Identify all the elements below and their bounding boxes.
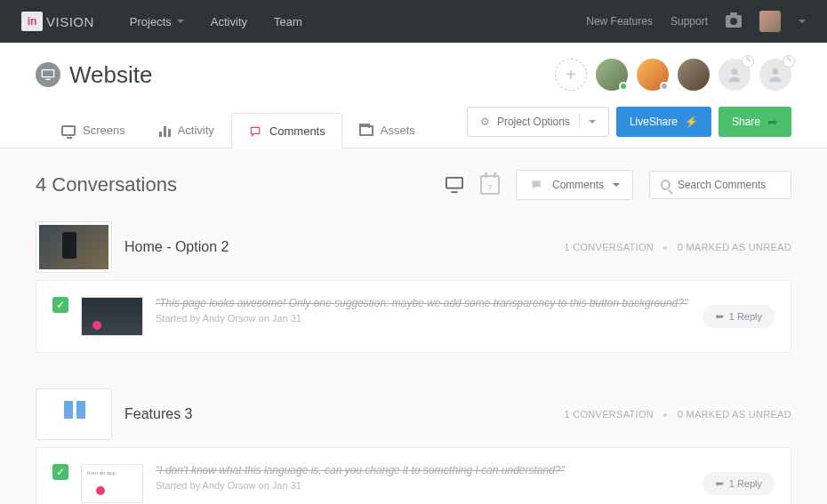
tab-screens[interactable]: Screens (44, 112, 142, 148)
svg-point-3 (773, 68, 779, 75)
screen-thumbnail[interactable] (36, 221, 112, 273)
reply-label: 1 Reply (729, 311, 762, 322)
tab-label: Comments (269, 124, 325, 138)
screens-icon (61, 125, 76, 136)
project-header: Website + Screens Activity (0, 43, 827, 148)
presence-online-icon (619, 82, 628, 91)
unread-count: 0 MARKED AS UNREAD (678, 409, 791, 420)
tab-label: Assets (381, 124, 415, 137)
screen-title[interactable]: Features 3 (124, 406, 192, 422)
user-menu-caret-icon[interactable] (799, 20, 806, 23)
logo-mark: in (21, 12, 43, 31)
comment-text[interactable]: "I don't know what this language is, can… (156, 464, 690, 476)
tab-activity[interactable]: Activity (142, 112, 231, 148)
screen-thumbnail[interactable] (36, 388, 112, 440)
user-avatar[interactable] (759, 11, 781, 32)
svg-point-2 (732, 68, 738, 75)
tab-comments[interactable]: Comments (231, 113, 342, 148)
unread-count: 0 MARKED AS UNREAD (678, 242, 791, 252)
nav-support[interactable]: Support (670, 15, 708, 28)
search-box[interactable] (649, 171, 791, 199)
nav-projects-label: Projects (130, 15, 172, 28)
project-type-icon (36, 62, 60, 87)
search-icon (661, 180, 670, 190)
desktop-icon[interactable] (445, 176, 464, 194)
top-nav: in VISION Projects Activity Team New Fea… (0, 0, 827, 43)
logo[interactable]: in VISION (21, 12, 94, 31)
conversations-list: Home - Option 2 1 CONVERSATION 0 MARKED … (0, 221, 827, 504)
tab-label: Activity (178, 124, 214, 137)
group-meta: 1 CONVERSATION 0 MARKED AS UNREAD (564, 242, 791, 252)
top-nav-left: Projects Activity Team (130, 15, 302, 28)
collaborators: + (555, 59, 791, 91)
reply-arrow-icon: ➥ (715, 310, 724, 323)
nav-team[interactable]: Team (274, 15, 302, 28)
chevron-down-icon (177, 20, 184, 23)
share-button[interactable]: Share ➦ (719, 107, 791, 137)
comments-toolbar: 4 Conversations 7 Comments (0, 148, 827, 221)
liveshare-button[interactable]: LiveShare ⚡ (616, 107, 711, 137)
reply-button[interactable]: ➥ 1 Reply (703, 305, 775, 328)
group-meta: 1 CONVERSATION 0 MARKED AS UNREAD (564, 409, 791, 420)
page-title: Website (69, 61, 152, 89)
chevron-down-icon (589, 120, 596, 124)
nav-projects[interactable]: Projects (130, 15, 184, 28)
button-label: Share (732, 116, 760, 128)
conversation-count: 1 CONVERSATION (564, 409, 654, 420)
screen-title[interactable]: Home - Option 2 (124, 239, 229, 255)
project-tabs: Screens Activity Comments Assets (44, 112, 432, 148)
share-arrow-icon: ➦ (767, 115, 778, 129)
add-collaborator-button[interactable]: + (555, 59, 587, 91)
project-options-button[interactable]: ⚙ Project Options (467, 107, 609, 137)
comments-filter-dropdown[interactable]: Comments (516, 170, 633, 200)
gear-icon: ⚙ (480, 116, 490, 128)
svg-rect-4 (446, 178, 462, 188)
comment-meta: Started by Andy Orsow on Jan 31 (156, 480, 690, 491)
svg-rect-0 (42, 70, 53, 77)
separator-dot-icon (663, 246, 667, 250)
edit-badge-icon (783, 55, 795, 68)
comment-snippet-thumbnail[interactable] (81, 297, 143, 336)
conversation-group: Home - Option 2 1 CONVERSATION 0 MARKED … (36, 221, 791, 353)
collaborator-placeholder[interactable] (719, 59, 751, 91)
reply-label: 1 Reply (729, 478, 762, 489)
chevron-down-icon (613, 183, 620, 187)
collaborator-avatar[interactable] (596, 59, 628, 91)
reply-arrow-icon: ➥ (715, 477, 724, 490)
edit-badge-icon (742, 55, 754, 68)
comment-meta: Started by Andy Orsow on Jan 31 (156, 313, 690, 324)
presence-offline-icon (660, 82, 669, 91)
tab-assets[interactable]: Assets (342, 112, 432, 148)
comments-icon (248, 125, 262, 138)
conversation-group: Features 3 1 CONVERSATION 0 MARKED AS UN… (36, 388, 791, 504)
search-input[interactable] (678, 179, 780, 191)
collaborator-avatar[interactable] (678, 59, 710, 91)
comment-text[interactable]: "This page looks awesome! Only one sugge… (156, 297, 690, 309)
activity-icon (159, 124, 171, 137)
separator-dot-icon (663, 413, 667, 417)
calendar-icon[interactable]: 7 (480, 175, 500, 195)
filter-label: Comments (552, 179, 604, 191)
nav-activity[interactable]: Activity (211, 15, 247, 28)
reply-button[interactable]: ➥ 1 Reply (703, 472, 775, 495)
button-label: LiveShare (630, 116, 678, 128)
comment-icon (529, 179, 543, 191)
comment-row: ✓ "This page looks awesome! Only one sug… (36, 280, 791, 353)
collaborator-placeholder[interactable] (759, 59, 791, 91)
nav-new-features[interactable]: New Features (586, 15, 653, 28)
tab-label: Screens (83, 124, 125, 137)
button-label: Project Options (497, 116, 570, 128)
logo-text: VISION (46, 14, 94, 29)
collaborator-avatar[interactable] (637, 59, 669, 91)
header-actions: ⚙ Project Options LiveShare ⚡ Share ➦ (467, 107, 791, 148)
resolved-check-icon[interactable]: ✓ (52, 297, 68, 313)
comment-snippet-thumbnail[interactable] (81, 464, 143, 503)
comment-row: ✓ "I don't know what this language is, c… (36, 447, 791, 504)
resolved-check-icon[interactable]: ✓ (52, 464, 68, 480)
conversation-count: 1 CONVERSATION (564, 242, 654, 252)
top-nav-right: New Features Support (586, 11, 806, 32)
conversations-count: 4 Conversations (36, 173, 177, 196)
camera-icon[interactable] (726, 15, 742, 28)
bolt-icon: ⚡ (685, 116, 698, 128)
folder-icon (359, 125, 373, 136)
